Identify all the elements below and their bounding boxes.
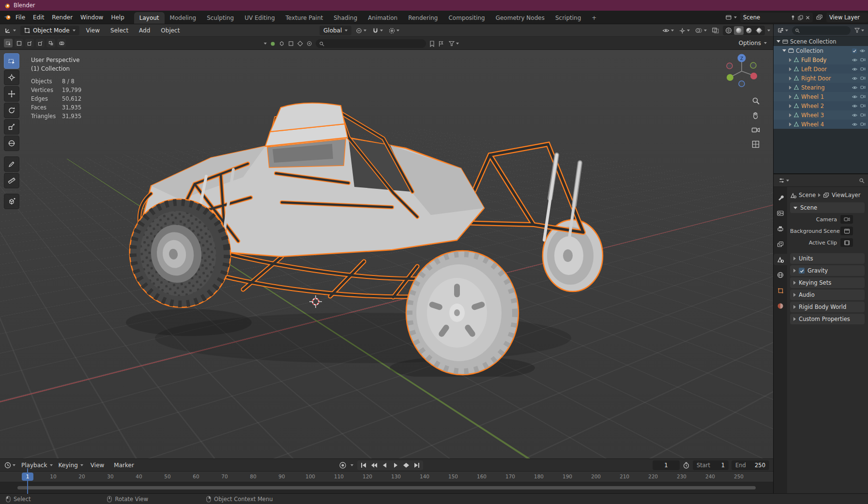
visibility-eye-icon[interactable] [852, 76, 858, 81]
render-visibility-icon[interactable] [860, 85, 866, 90]
tab-object-properties[interactable] [774, 285, 787, 296]
menu-window[interactable]: Window [76, 11, 107, 24]
outliner-object-name[interactable]: Left Door [801, 66, 827, 73]
visibility-eye-icon[interactable] [852, 67, 858, 72]
visibility-eye-icon[interactable] [859, 48, 866, 53]
current-frame-field[interactable]: 1 [653, 460, 680, 470]
blender-menu-icon[interactable] [4, 15, 12, 20]
menu-file[interactable]: File [12, 11, 29, 24]
outliner-object-row[interactable]: Wheel 2 [774, 101, 868, 110]
tool-scale[interactable] [4, 119, 19, 135]
browse-view-layer-button[interactable] [815, 13, 824, 22]
ortho-grid-icon[interactable] [751, 140, 760, 149]
expand-arrow-icon[interactable] [782, 49, 786, 52]
gizmo-neg-x-axis[interactable] [727, 63, 732, 69]
tool-select-box[interactable] [4, 53, 19, 69]
render-visibility-icon[interactable] [860, 104, 866, 108]
proportional-edit-button[interactable] [387, 26, 401, 35]
panel-scene[interactable]: Scene [790, 202, 865, 213]
pivot-point-button[interactable] [354, 26, 368, 35]
collection-exclude-checkbox[interactable] [852, 48, 857, 53]
tab-uv-editing[interactable]: UV Editing [239, 12, 280, 24]
render-visibility-icon[interactable] [860, 113, 866, 117]
overlays-dropdown[interactable] [694, 26, 708, 35]
tab-scripting[interactable]: Scripting [550, 12, 586, 24]
outliner-object-name[interactable]: Wheel 3 [801, 112, 824, 119]
filter-button[interactable] [447, 39, 460, 48]
panel-audio[interactable]: Audio [790, 290, 865, 300]
snap-vertex-icon[interactable] [279, 41, 285, 46]
menu-playback[interactable]: Playback [19, 460, 54, 470]
tool-annotate[interactable] [4, 156, 19, 172]
panel-units[interactable]: Units [790, 253, 865, 264]
tab-geometry-nodes[interactable]: Geometry Nodes [490, 12, 550, 24]
visibility-eye-icon[interactable] [852, 113, 858, 118]
mode-dropdown[interactable]: Object Mode [20, 26, 79, 35]
properties-editor-type-button[interactable] [777, 176, 791, 185]
gizmo-x-axis[interactable] [750, 73, 757, 79]
pin-icon[interactable] [791, 15, 795, 20]
outliner-object-row[interactable]: Right Door [774, 74, 868, 83]
unlink-scene-icon[interactable] [806, 15, 810, 20]
panel-custom-properties[interactable]: Custom Properties [790, 314, 865, 324]
breadcrumb-scene[interactable]: Scene [799, 192, 816, 199]
gizmos-dropdown[interactable] [678, 26, 691, 35]
bookmark-icon[interactable] [429, 41, 435, 47]
orientation-dropdown[interactable]: Global [320, 26, 351, 35]
outliner-object-row[interactable]: Stearing [774, 83, 868, 92]
scene-collection-name[interactable]: Scene Collection [790, 38, 837, 45]
wheel-rear-left[interactable] [406, 251, 518, 375]
new-scene-icon[interactable] [798, 15, 803, 20]
gizmo-neg-y-axis[interactable] [750, 62, 756, 68]
visibility-eye-icon[interactable] [852, 58, 858, 62]
tool-add-cube[interactable] [4, 194, 19, 209]
menu-add[interactable]: Add [135, 24, 154, 36]
tab-scene-properties[interactable] [774, 254, 787, 265]
jump-to-end-button[interactable] [412, 461, 422, 470]
snap-volume-icon[interactable] [306, 41, 312, 46]
tool-rotate[interactable] [4, 103, 19, 118]
menu-marker[interactable]: Marker [110, 459, 137, 471]
gravity-checkbox[interactable] [799, 268, 805, 274]
select-mode-extend-button[interactable] [25, 39, 34, 47]
menu-timeline-view[interactable]: View [87, 459, 108, 471]
render-visibility-icon[interactable] [860, 122, 866, 126]
outliner-row-scene-collection[interactable]: Scene Collection [774, 37, 868, 46]
shading-solid-button[interactable] [734, 26, 744, 35]
scene-name-field[interactable]: Scene [740, 13, 813, 22]
pan-hand-icon[interactable] [751, 111, 760, 120]
tool-transform[interactable] [4, 136, 19, 151]
outliner-object-name[interactable]: Wheel 4 [801, 121, 824, 128]
menu-help[interactable]: Help [107, 11, 128, 24]
tool-measure[interactable] [4, 173, 19, 188]
tab-modeling[interactable]: Modeling [165, 12, 202, 24]
collection-name[interactable]: Collection [796, 47, 823, 54]
expand-arrow-icon[interactable] [789, 58, 792, 62]
tab-texture-paint[interactable]: Texture Paint [280, 12, 328, 24]
snap-edge-icon[interactable] [288, 41, 294, 46]
outliner-object-row[interactable]: Wheel 1 [774, 92, 868, 101]
navigation-gizmo[interactable]: Z [723, 53, 760, 90]
tool-search-field[interactable] [316, 39, 426, 48]
gizmo-y-axis[interactable] [727, 74, 733, 81]
menu-object[interactable]: Object [157, 24, 183, 36]
snap-toggle-button[interactable] [371, 26, 384, 35]
snap-face-icon[interactable] [297, 41, 303, 46]
outliner-object-row[interactable]: Full Body [774, 55, 868, 64]
visibility-dropdown[interactable] [661, 26, 675, 35]
xray-toggle[interactable] [711, 26, 720, 35]
render-visibility-icon[interactable] [860, 76, 866, 80]
tool-move[interactable] [4, 86, 19, 102]
options-button[interactable]: Options [737, 38, 768, 48]
menu-keying[interactable]: Keying [56, 460, 85, 470]
tab-material-properties[interactable] [774, 300, 787, 312]
snap-options-chevron[interactable] [264, 43, 267, 45]
active-clip-picker-button[interactable] [840, 238, 853, 247]
outliner-row-collection[interactable]: Collection [774, 46, 868, 55]
auto-key-record-icon[interactable] [339, 461, 347, 469]
shading-material-button[interactable] [744, 26, 754, 35]
outliner-search-field[interactable] [792, 26, 851, 35]
timeline-track-area[interactable] [0, 482, 773, 493]
outliner-object-name[interactable]: Wheel 2 [801, 103, 824, 109]
expand-arrow-icon[interactable] [789, 113, 792, 117]
